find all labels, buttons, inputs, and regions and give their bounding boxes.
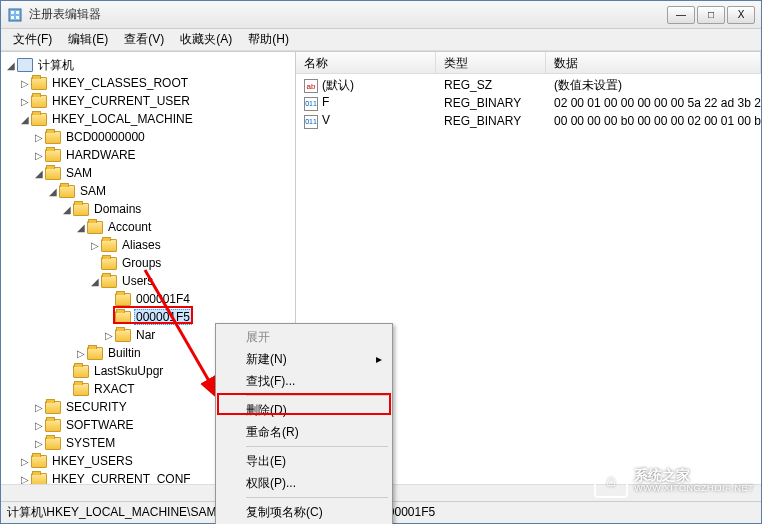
svg-rect-1	[11, 11, 14, 14]
expander-icon[interactable]: ◢	[33, 168, 45, 179]
svg-rect-0	[9, 9, 21, 21]
folder-icon	[45, 401, 61, 414]
maximize-button[interactable]: □	[697, 6, 725, 24]
svg-rect-3	[11, 16, 14, 19]
folder-icon	[45, 419, 61, 432]
tree-label: 000001F5	[134, 309, 192, 325]
tree-label: LastSkuUpgr	[92, 364, 165, 378]
folder-icon	[115, 329, 131, 342]
ctx-label: 复制项名称(C)	[246, 504, 323, 521]
tree-label: RXACT	[92, 382, 137, 396]
context-menu: 展开 新建(N)▸ 查找(F)... 删除(D) 重命名(R) 导出(E) 权限…	[215, 323, 393, 524]
menu-edit[interactable]: 编辑(E)	[60, 29, 116, 50]
expander-icon[interactable]: ◢	[75, 222, 87, 233]
ctx-delete[interactable]: 删除(D)	[218, 399, 390, 421]
close-button[interactable]: X	[727, 6, 755, 24]
expander-icon[interactable]: ▷	[33, 150, 45, 161]
tree-label: HARDWARE	[64, 148, 138, 162]
ctx-find[interactable]: 查找(F)...	[218, 370, 390, 392]
expander-icon[interactable]: ▷	[19, 456, 31, 467]
col-data[interactable]: 数据	[546, 52, 761, 73]
tree-label: SAM	[78, 184, 108, 198]
folder-icon	[87, 347, 103, 360]
ctx-permissions[interactable]: 权限(P)...	[218, 472, 390, 494]
expander-icon[interactable]: ▷	[19, 78, 31, 89]
tree-hkcu[interactable]: ▷HKEY_CURRENT_USER	[1, 92, 295, 110]
list-row[interactable]: 011V REG_BINARY 00 00 00 00 b0 00 00 00 …	[296, 112, 761, 130]
ctx-new[interactable]: 新建(N)▸	[218, 348, 390, 370]
folder-icon	[73, 383, 89, 396]
list-row[interactable]: ab(默认) REG_SZ (数值未设置)	[296, 76, 761, 94]
folder-icon	[45, 131, 61, 144]
folder-icon	[31, 95, 47, 108]
separator	[246, 446, 388, 447]
value-name: V	[322, 113, 330, 127]
expander-icon[interactable]: ▷	[33, 420, 45, 431]
folder-icon	[73, 365, 89, 378]
ctx-label: 新建(N)	[246, 351, 287, 368]
expander-icon[interactable]: ▷	[75, 348, 87, 359]
ctx-label: 导出(E)	[246, 453, 286, 470]
binary-icon: 011	[304, 115, 318, 129]
expander-icon[interactable]: ▷	[103, 330, 115, 341]
tree-hkcr[interactable]: ▷HKEY_CLASSES_ROOT	[1, 74, 295, 92]
value-data: 02 00 01 00 00 00 00 00 5a 22 ad 3b 26 6…	[546, 95, 761, 111]
tree-aliases[interactable]: ▷Aliases	[1, 236, 295, 254]
expander-icon[interactable]: ▷	[33, 402, 45, 413]
computer-icon	[17, 58, 33, 72]
expander-icon[interactable]: ▷	[33, 132, 45, 143]
tree-sam[interactable]: ◢SAM	[1, 164, 295, 182]
value-type: REG_BINARY	[436, 113, 546, 129]
tree-label: SYSTEM	[64, 436, 117, 450]
ctx-label: 删除(D)	[246, 402, 287, 419]
list-row[interactable]: 011F REG_BINARY 02 00 01 00 00 00 00 00 …	[296, 94, 761, 112]
ctx-label: 查找(F)...	[246, 373, 295, 390]
tree-hardware[interactable]: ▷HARDWARE	[1, 146, 295, 164]
tree-sam2[interactable]: ◢SAM	[1, 182, 295, 200]
menu-favorites[interactable]: 收藏夹(A)	[172, 29, 240, 50]
watermark-logo-icon: ⌂	[594, 464, 628, 498]
expander-icon[interactable]: ◢	[47, 186, 59, 197]
tree-label: HKEY_LOCAL_MACHINE	[50, 112, 195, 126]
tree-groups[interactable]: Groups	[1, 254, 295, 272]
tree-bcd[interactable]: ▷BCD00000000	[1, 128, 295, 146]
ctx-rename[interactable]: 重命名(R)	[218, 421, 390, 443]
tree-label: 计算机	[36, 57, 76, 74]
value-type: REG_SZ	[436, 77, 546, 93]
ctx-label: 展开	[246, 329, 270, 346]
ctx-export[interactable]: 导出(E)	[218, 450, 390, 472]
expander-icon[interactable]: ▷	[19, 96, 31, 107]
minimize-button[interactable]: —	[667, 6, 695, 24]
expander-icon[interactable]: ◢	[61, 204, 73, 215]
ctx-copyname[interactable]: 复制项名称(C)	[218, 501, 390, 523]
binary-icon: 011	[304, 97, 318, 111]
expander-icon[interactable]: ▷	[19, 474, 31, 485]
tree-root[interactable]: ◢计算机	[1, 56, 295, 74]
col-name[interactable]: 名称	[296, 52, 436, 73]
expander-icon[interactable]: ▷	[33, 438, 45, 449]
menu-file[interactable]: 文件(F)	[5, 29, 60, 50]
menubar: 文件(F) 编辑(E) 查看(V) 收藏夹(A) 帮助(H)	[1, 29, 761, 51]
ctx-expand[interactable]: 展开	[218, 326, 390, 348]
col-type[interactable]: 类型	[436, 52, 546, 73]
expander-icon[interactable]: ◢	[89, 276, 101, 287]
tree-users[interactable]: ◢Users	[1, 272, 295, 290]
folder-icon	[45, 437, 61, 450]
watermark-url: WWW.XITONGZHIJIA.NET	[634, 484, 754, 494]
tree-label: Domains	[92, 202, 143, 216]
menu-help[interactable]: 帮助(H)	[240, 29, 297, 50]
expander-icon[interactable]: ◢	[5, 60, 17, 71]
tree-account[interactable]: ◢Account	[1, 218, 295, 236]
menu-view[interactable]: 查看(V)	[116, 29, 172, 50]
expander-icon[interactable]: ◢	[19, 114, 31, 125]
separator	[246, 395, 388, 396]
tree-user1[interactable]: 000001F4	[1, 290, 295, 308]
titlebar: 注册表编辑器 — □ X	[1, 1, 761, 29]
tree-hklm[interactable]: ◢HKEY_LOCAL_MACHINE	[1, 110, 295, 128]
tree-label: HKEY_CURRENT_USER	[50, 94, 192, 108]
tree-domains[interactable]: ◢Domains	[1, 200, 295, 218]
folder-icon	[87, 221, 103, 234]
expander-icon[interactable]: ▷	[89, 240, 101, 251]
ctx-label: 重命名(R)	[246, 424, 299, 441]
folder-icon	[31, 113, 47, 126]
